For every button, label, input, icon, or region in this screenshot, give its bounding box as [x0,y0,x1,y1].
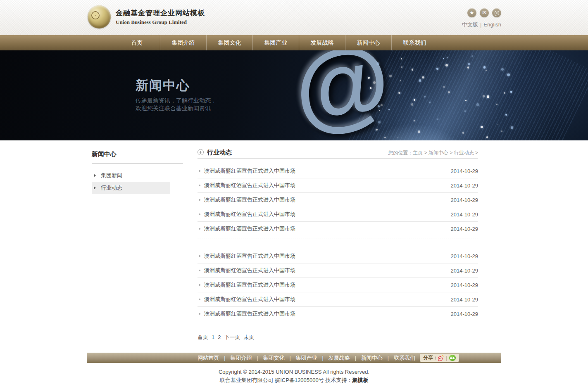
copyright-line1: Copyright © 2014-2015 UNION BUSINESS All… [0,368,588,376]
footer-nav-group-culture[interactable]: 集团文化 [263,354,284,362]
footer-divider: | [388,355,389,361]
favorite-icon[interactable]: ★ [467,8,476,17]
nav-item-strategy[interactable]: 发展战略 [299,35,345,50]
tech-support-link[interactable]: 聚模板 [352,377,368,383]
nav-item-group-intro[interactable]: 集团介绍 [160,35,206,50]
news-link[interactable]: 澳洲威斯丽红酒宣告正式进入中国市场 [204,167,451,175]
lang-en-link[interactable]: English [483,21,501,28]
news-date: 2014-10-29 [451,183,478,189]
news-row[interactable]: 澳洲威斯丽红酒宣告正式进入中国市场 2014-10-29 [198,193,478,207]
copyright: Copyright © 2014-2015 UNION BUSINESS All… [0,368,588,389]
bullet-icon [199,213,200,215]
nav-item-news[interactable]: 新闻中心 [345,35,391,50]
pagination-next[interactable]: 下一页 [224,334,240,340]
nav-item-group-culture[interactable]: 集团文化 [206,35,252,50]
footer-divider: | [257,355,258,361]
lang-divider: | [480,21,481,28]
sparkle-dot [476,103,479,106]
share-more-icon[interactable] [449,355,456,361]
sparkle-dot [468,63,469,64]
news-link[interactable]: 澳洲威斯丽红酒宣告正式进入中国市场 [204,211,451,218]
bullet-icon [199,313,200,315]
nav-item-home[interactable]: 首页 [114,35,160,50]
bullet-icon [199,185,200,186]
bullet-icon [199,199,200,201]
footer-nav-home[interactable]: 网站首页 [198,354,219,362]
news-row[interactable]: 澳洲威斯丽红酒宣告正式进入中国市场 2014-10-29 [198,249,478,263]
sparkle-dot [443,58,444,59]
news-date: 2014-10-29 [451,197,478,203]
nav-item-group-industry[interactable]: 集团产业 [252,35,299,50]
logo[interactable]: 金融基金管理企业网站模板 Union Business Group Limite… [88,5,205,28]
footer-nav-bar: 网站首页|集团介绍|集团文化|集团产业|发展战略|新闻中心|联系我们 分享： | [87,353,501,363]
sparkle-dot [507,74,509,76]
breadcrumb[interactable]: 您的位置：主页 > 新闻中心 > 行业动态 > [388,149,478,157]
plus-circle-icon [198,149,204,155]
news-link[interactable]: 澳洲威斯丽红酒宣告正式进入中国市场 [204,252,451,260]
news-row[interactable]: 澳洲威斯丽红酒宣告正式进入中国市场 2014-10-29 [198,292,478,307]
pagination-last[interactable]: 末页 [243,334,254,340]
arrow-right-icon [94,174,96,177]
copyright-line2-text: 联合基业集团有限公司 皖ICP备12005000号 技术支持： [220,377,352,383]
footer-divider: | [224,355,225,361]
bullet-icon [199,228,200,230]
news-link[interactable]: 澳洲威斯丽红酒宣告正式进入中国市场 [204,182,451,189]
news-link[interactable]: 澳洲威斯丽红酒宣告正式进入中国市场 [204,310,451,318]
news-list-group2: 澳洲威斯丽红酒宣告正式进入中国市场 2014-10-29 澳洲威斯丽红酒宣告正式… [198,249,478,321]
news-link[interactable]: 澳洲威斯丽红酒宣告正式进入中国市场 [204,225,451,232]
main-nav-menu: 首页 集团介绍 集团文化 集团产业 发展战略 新闻中心 联系我们 [114,35,588,50]
sparkle-dot [436,68,438,70]
news-link[interactable]: 澳洲威斯丽红酒宣告正式进入中国市场 [204,196,451,204]
news-row[interactable]: 澳洲威斯丽红酒宣告正式进入中国市场 2014-10-29 [198,178,478,193]
footer-nav-strategy[interactable]: 发展战略 [329,354,350,362]
pagination: 首页12下一页末页 [198,334,478,341]
news-link[interactable]: 澳洲威斯丽红酒宣告正式进入中国市场 [204,281,451,289]
footer-nav-group-intro[interactable]: 集团介绍 [230,354,252,362]
sparkle-dot [377,62,379,64]
sparkle-dot [486,70,486,71]
nav-item-contact[interactable]: 联系我们 [391,35,438,50]
lang-cn-link[interactable]: 中文版 [462,21,478,28]
news-row[interactable]: 澳洲威斯丽红酒宣告正式进入中国市场 2014-10-29 [198,207,478,222]
pagination-page-1[interactable]: 1 [212,334,214,340]
content-column: 行业动态 您的位置：主页 > 新闻中心 > 行业动态 > 澳洲威斯丽红酒宣告正式… [198,149,478,341]
sparkle-dot [487,95,489,98]
share-more-icon-part [452,357,455,359]
news-row[interactable]: 澳洲威斯丽红酒宣告正式进入中国市场 2014-10-29 [198,222,478,236]
news-row[interactable]: 澳洲威斯丽红酒宣告正式进入中国市场 2014-10-29 [198,164,478,178]
sidebar-item-group-news[interactable]: 集团新闻 [92,169,170,182]
news-date: 2014-10-29 [451,296,478,303]
news-row[interactable]: 澳洲威斯丽红酒宣告正式进入中国市场 2014-10-29 [198,307,478,321]
share-weibo-icon[interactable] [438,355,444,361]
site-title: 金融基金管理企业网站模板 [116,8,205,18]
mail-icon[interactable]: ✉ [480,8,489,17]
pagination-first[interactable]: 首页 [198,334,208,340]
share-label: 分享： [423,354,438,361]
footer-nav-group-industry[interactable]: 集团产业 [296,354,317,362]
sparkle-dot [445,64,448,66]
logo-ring-icon [92,12,99,19]
footer-divider: | [322,355,324,361]
weibo-icon[interactable] [492,8,501,17]
news-date: 2014-10-29 [451,226,478,232]
pagination-page-2[interactable]: 2 [218,334,221,340]
bullet-icon [199,284,200,286]
language-switcher: 中文版|English [462,21,501,28]
sparkle-dot [381,104,383,106]
sidebar-item-industry-news[interactable]: 行业动态 [92,182,170,194]
news-row[interactable]: 澳洲威斯丽红酒宣告正式进入中国市场 2014-10-29 [198,263,478,278]
sparkle-dot [448,91,450,93]
sidebar-title: 新闻中心 [92,149,183,164]
news-link[interactable]: 澳洲威斯丽红酒宣告正式进入中国市场 [204,296,451,303]
news-date: 2014-10-29 [451,168,478,174]
news-row[interactable]: 澳洲威斯丽红酒宣告正式进入中国市场 2014-10-29 [198,278,478,292]
sparkle-dot [481,126,483,128]
sparkle-dot [483,95,485,97]
footer-nav-contact[interactable]: 联系我们 [394,354,415,362]
sparkle-dot [368,77,370,79]
sparkle-dot [414,120,415,121]
footer-nav-news[interactable]: 新闻中心 [361,354,383,362]
hero-subtitle: 传递最新资讯，了解行业动态， 欢迎您关注联合基业新闻资讯 [136,97,217,112]
news-link[interactable]: 澳洲威斯丽红酒宣告正式进入中国市场 [204,267,451,274]
sparkle-dot [411,103,414,106]
